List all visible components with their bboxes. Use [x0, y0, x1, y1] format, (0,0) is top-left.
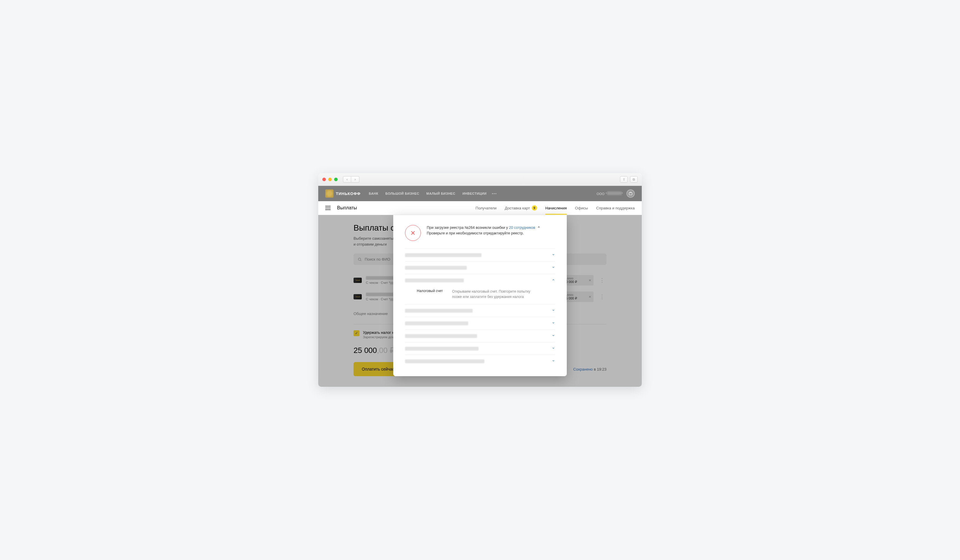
subnav-item-help[interactable]: Справка и поддержка [596, 206, 635, 210]
error-modal: При загрузке реестра №264 возникли ошибк… [393, 215, 567, 376]
zoom-icon[interactable] [334, 178, 338, 181]
org-label: ООО "" [597, 192, 623, 195]
subnav-item-recipients[interactable]: Получатели [475, 206, 497, 210]
error-row[interactable] [405, 317, 555, 330]
top-link-smallbiz[interactable]: МАЛЫЙ БИЗНЕС [426, 192, 456, 195]
subnav: Выплаты Получатели Доставка карт 9 Начис… [318, 201, 642, 215]
chevron-down-icon[interactable] [552, 309, 555, 313]
forward-button[interactable]: › [351, 176, 359, 182]
traffic-lights [322, 178, 338, 181]
brand-crest-icon [325, 189, 334, 198]
top-links: БАНК БОЛЬШОЙ БИЗНЕС МАЛЫЙ БИЗНЕС ИНВЕСТИ… [369, 192, 486, 195]
topbar: ТИНЬКОФФ БАНК БОЛЬШОЙ БИЗНЕС МАЛЫЙ БИЗНЕ… [318, 186, 642, 201]
minimize-icon[interactable] [328, 178, 332, 181]
detail-value: Открываем налоговый счет. Повторите попы… [452, 289, 540, 299]
chevron-down-icon[interactable] [552, 334, 555, 338]
badge: 9 [532, 205, 537, 211]
nav-arrows: ‹ › [343, 176, 359, 182]
error-row[interactable] [405, 304, 555, 317]
detail-key: Налоговый счет [417, 289, 446, 299]
chevron-down-icon[interactable] [552, 359, 555, 363]
svg-rect-0 [629, 193, 632, 195]
close-icon[interactable] [322, 178, 326, 181]
share-button[interactable]: ⇧ [620, 176, 628, 182]
chevron-down-icon[interactable] [552, 253, 555, 257]
error-row[interactable] [405, 330, 555, 342]
blurred-text [405, 309, 473, 313]
page: Выплаты самозанятым Выберите самозанятых… [318, 215, 642, 387]
error-row-detail: Налоговый счетОткрываем налоговый счет. … [405, 286, 555, 304]
error-row[interactable] [405, 342, 555, 355]
error-count-link[interactable]: 20 сотрудников [509, 226, 535, 230]
error-row[interactable] [405, 248, 555, 261]
top-link-bigbiz[interactable]: БОЛЬШОЙ БИЗНЕС [385, 192, 419, 195]
brand-text: ТИНЬКОФФ [336, 192, 361, 196]
subnav-item-delivery[interactable]: Доставка карт 9 [505, 205, 537, 211]
blurred-text [405, 347, 478, 350]
subnav-item-offices[interactable]: Офисы [575, 206, 588, 210]
modal-header: При загрузке реестра №264 возникли ошибк… [405, 225, 555, 241]
top-link-bank[interactable]: БАНК [369, 192, 378, 195]
error-row[interactable] [405, 274, 555, 286]
mac-titlebar: ‹ › ⇧ ⧉ [318, 173, 642, 186]
chevron-up-icon[interactable] [538, 225, 540, 230]
mac-window: ‹ › ⇧ ⧉ ТИНЬКОФФ БАНК БОЛЬШОЙ БИЗНЕС МАЛ… [318, 173, 642, 387]
more-menu[interactable]: ••• [492, 192, 497, 195]
blurred-text [405, 266, 467, 270]
blurred-text [405, 322, 468, 325]
chevron-down-icon[interactable] [552, 266, 555, 270]
blurred-text [607, 192, 622, 195]
error-icon [405, 225, 421, 241]
chevron-down-icon[interactable] [552, 321, 555, 325]
blurred-text [405, 334, 477, 338]
error-row[interactable] [405, 355, 555, 367]
subnav-title: Выплаты [337, 205, 357, 211]
back-button[interactable]: ‹ [343, 176, 351, 182]
briefcase-icon [629, 192, 633, 195]
blurred-text [405, 359, 485, 363]
top-link-invest[interactable]: ИНВЕСТИЦИИ [462, 192, 486, 195]
error-row[interactable] [405, 261, 555, 274]
hamburger-icon[interactable] [325, 206, 331, 210]
top-right: ООО "" [597, 189, 635, 198]
blurred-text [405, 253, 482, 257]
brand[interactable]: ТИНЬКОФФ [325, 189, 361, 198]
chevron-down-icon[interactable] [552, 346, 555, 350]
chevron-up-icon[interactable] [552, 278, 555, 282]
error-text: При загрузке реестра №264 возникли ошибк… [427, 225, 540, 241]
subnav-items: Получатели Доставка карт 9 Начисления Оф… [475, 205, 635, 211]
tabs-button[interactable]: ⧉ [630, 176, 638, 182]
blurred-text [405, 278, 464, 282]
avatar[interactable] [626, 189, 635, 198]
subnav-item-accruals[interactable]: Начисления [545, 206, 567, 210]
